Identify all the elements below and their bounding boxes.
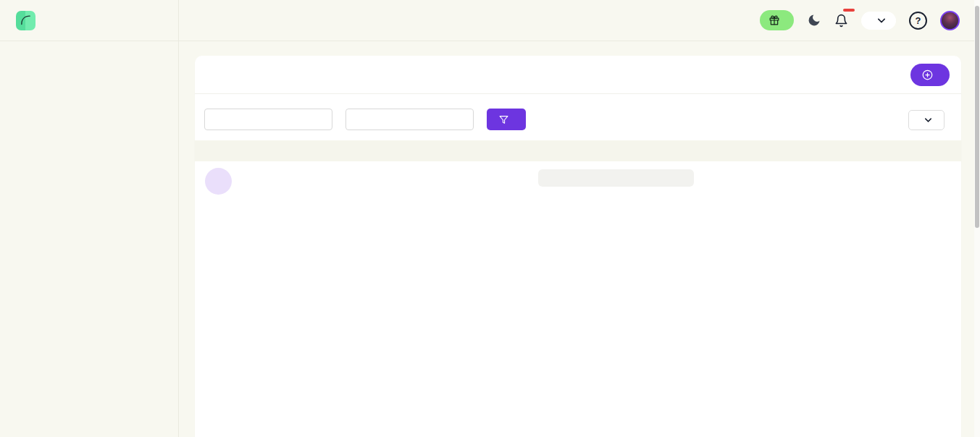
header-actions: ?	[760, 10, 980, 30]
chevron-down-icon	[925, 118, 931, 122]
notifications-button[interactable]	[834, 14, 848, 27]
brand-logo[interactable]	[0, 0, 179, 41]
entries-select[interactable]	[908, 110, 945, 130]
entries-control	[908, 105, 945, 130]
brand-logo-icon	[16, 11, 35, 30]
earn-button[interactable]	[760, 10, 794, 30]
help-button[interactable]: ?	[909, 12, 927, 30]
filter-funnel-icon	[499, 115, 508, 124]
plus-circle-icon	[922, 69, 933, 80]
transaction-avatar	[205, 168, 232, 195]
add-money-button[interactable]	[910, 64, 950, 86]
filter-button[interactable]	[487, 109, 526, 130]
date-input[interactable]	[345, 109, 474, 130]
sidebar-nav	[0, 41, 179, 437]
table-header-row	[195, 140, 961, 161]
page-scrollbar[interactable]	[974, 0, 980, 437]
partial-next-row	[195, 161, 961, 205]
transaction-id-field	[204, 103, 332, 130]
language-selector[interactable]	[861, 12, 896, 30]
user-avatar[interactable]	[940, 11, 960, 30]
transaction-id-input[interactable]	[204, 109, 332, 130]
date-field	[345, 103, 474, 130]
dark-mode-toggle[interactable]	[807, 13, 821, 27]
gift-icon	[769, 15, 779, 25]
notification-badge	[843, 9, 855, 12]
bell-icon	[834, 14, 848, 27]
chevron-down-icon	[878, 18, 885, 23]
top-header: ?	[0, 0, 980, 41]
deposit-log-card	[195, 56, 961, 437]
loading-placeholder	[538, 169, 694, 187]
moon-icon	[807, 13, 821, 27]
greeting	[179, 15, 760, 26]
filter-bar	[195, 94, 961, 140]
scrollbar-thumb[interactable]	[975, 6, 979, 228]
card-header	[195, 56, 961, 94]
main-content	[179, 41, 974, 437]
